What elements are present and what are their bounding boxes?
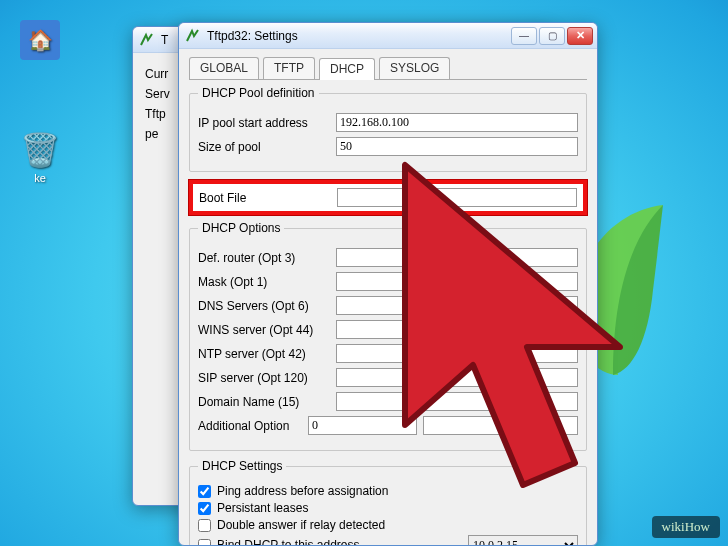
- minimize-button[interactable]: —: [511, 27, 537, 45]
- input-pool-size[interactable]: [336, 137, 578, 156]
- legend-options: DHCP Options: [198, 221, 284, 235]
- label-double: Double answer if relay detected: [217, 518, 385, 532]
- recycle-label: ke: [34, 172, 46, 184]
- label-persist: Persistant leases: [217, 501, 308, 515]
- titlebar-settings[interactable]: Tftpd32: Settings — ▢ ✕: [179, 23, 597, 49]
- label-dns: DNS Servers (Opt 6): [198, 299, 336, 313]
- input-boot-file[interactable]: [337, 188, 577, 207]
- label-ping: Ping address before assignation: [217, 484, 388, 498]
- label-pool-size: Size of pool: [198, 140, 336, 154]
- label-ip-pool: IP pool start address: [198, 116, 336, 130]
- label-ntp: NTP server (Opt 42): [198, 347, 336, 361]
- input-wins[interactable]: [336, 320, 578, 339]
- input-ntp[interactable]: [336, 344, 578, 363]
- desktop-icon-folder[interactable]: 🏠: [10, 20, 70, 62]
- checkbox-persist[interactable]: [198, 502, 211, 515]
- label-addl: Additional Option: [198, 419, 308, 433]
- app-icon: [139, 32, 155, 48]
- label-wins: WINS server (Opt 44): [198, 323, 336, 337]
- input-def-router[interactable]: [336, 248, 578, 267]
- input-addl-val[interactable]: [423, 416, 578, 435]
- group-options: DHCP Options Def. router (Opt 3) Mask (O…: [189, 221, 587, 451]
- checkbox-double[interactable]: [198, 519, 211, 532]
- tab-global[interactable]: GLOBAL: [189, 57, 259, 79]
- label-sip: SIP server (Opt 120): [198, 371, 336, 385]
- tab-dhcp[interactable]: DHCP: [319, 58, 375, 80]
- group-settings: DHCP Settings Ping address before assign…: [189, 459, 587, 545]
- app-icon: [185, 28, 201, 44]
- tab-tftp[interactable]: TFTP: [263, 57, 315, 79]
- checkbox-ping[interactable]: [198, 485, 211, 498]
- window-title-settings: Tftpd32: Settings: [207, 29, 511, 43]
- highlighted-boot-file-row: Boot File: [189, 180, 587, 215]
- label-domain: Domain Name (15): [198, 395, 336, 409]
- input-mask[interactable]: [336, 272, 578, 291]
- select-bind-address[interactable]: 10.0.2.15: [468, 535, 578, 545]
- label-def-router: Def. router (Opt 3): [198, 251, 336, 265]
- tab-syslog[interactable]: SYSLOG: [379, 57, 450, 79]
- input-domain[interactable]: [336, 392, 578, 411]
- label-bind: Bind DHCP to this address: [217, 538, 360, 545]
- input-dns[interactable]: [336, 296, 578, 315]
- legend-pool: DHCP Pool definition: [198, 86, 319, 100]
- input-sip[interactable]: [336, 368, 578, 387]
- close-button[interactable]: ✕: [567, 27, 593, 45]
- input-ip-pool[interactable]: [336, 113, 578, 132]
- input-addl-num[interactable]: [308, 416, 417, 435]
- group-pool: DHCP Pool definition IP pool start addre…: [189, 86, 587, 172]
- maximize-button[interactable]: ▢: [539, 27, 565, 45]
- legend-settings: DHCP Settings: [198, 459, 286, 473]
- label-mask: Mask (Opt 1): [198, 275, 336, 289]
- desktop-icon-recycle[interactable]: 🗑️ke: [10, 130, 70, 184]
- tab-strip: GLOBAL TFTP DHCP SYSLOG: [189, 57, 587, 80]
- watermark: wikiHow: [652, 516, 720, 538]
- label-boot-file: Boot File: [199, 191, 337, 205]
- checkbox-bind[interactable]: [198, 539, 211, 546]
- window-tftpd-settings: Tftpd32: Settings — ▢ ✕ GLOBAL TFTP DHCP…: [178, 22, 598, 546]
